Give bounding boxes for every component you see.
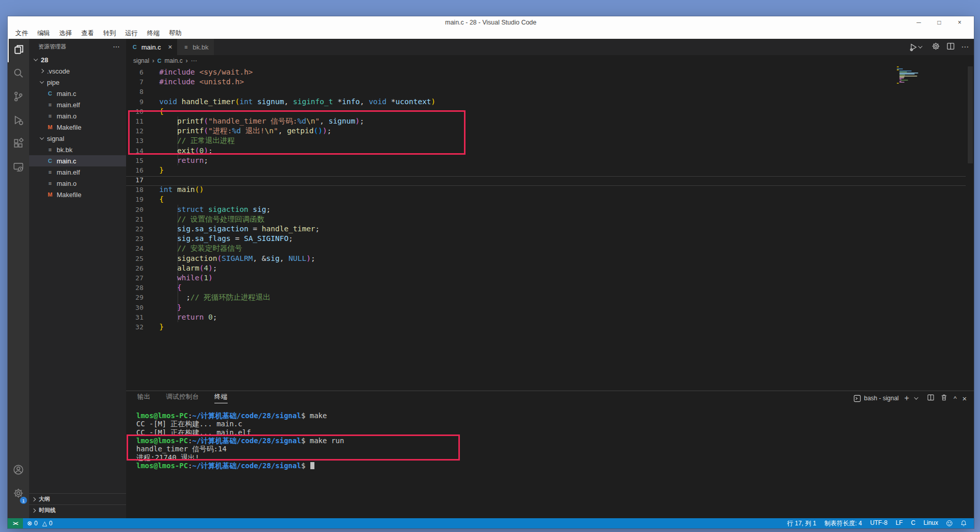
tree-item-.vscode[interactable]: .vscode: [29, 65, 126, 77]
code-line-9[interactable]: 9void handle_timer(int signum, siginfo_t…: [126, 97, 974, 107]
status-item-4[interactable]: C: [907, 519, 920, 528]
menu-item-7[interactable]: 帮助: [164, 28, 186, 39]
menu-item-0[interactable]: 文件: [11, 28, 33, 39]
activitybar-remote-explorer[interactable]: [8, 156, 29, 180]
code-line-13[interactable]: 13 // 正常退出进程: [126, 136, 974, 146]
tab-close-icon[interactable]: ×: [168, 43, 172, 51]
code-editor[interactable]: 6#include <sys/wait.h>7#include <unistd.…: [126, 66, 974, 391]
menu-item-4[interactable]: 转到: [99, 28, 120, 39]
code-line-11[interactable]: 11 printf("handle_timer 信号码:%d\n", signu…: [126, 116, 974, 126]
split-editor-icon[interactable]: [946, 42, 955, 53]
code-line-20[interactable]: 20 struct sigaction sig;: [126, 205, 974, 214]
activitybar-extensions[interactable]: [8, 133, 29, 156]
breadcrumb-file[interactable]: main.c: [164, 57, 182, 64]
minimize-button[interactable]: ─: [909, 19, 929, 26]
code-line-18[interactable]: 18int main(): [126, 185, 974, 195]
close-button[interactable]: ×: [949, 19, 970, 26]
account-button[interactable]: [8, 459, 29, 482]
menu-item-6[interactable]: 终端: [142, 28, 164, 39]
menu-item-3[interactable]: 查看: [77, 28, 99, 39]
code-line-15[interactable]: 15 return;: [126, 156, 974, 165]
terminal-dropdown-icon[interactable]: [914, 395, 918, 399]
sidebar-section-timeline[interactable]: 时间线: [29, 504, 126, 516]
terminal-selector[interactable]: bash - signal: [853, 395, 899, 402]
sidebar-more-actions[interactable]: ⋯: [113, 42, 120, 51]
code-line-28[interactable]: 28 {: [126, 283, 974, 293]
code-line-22[interactable]: 22 sig.sa_sigaction = handle_timer;: [126, 224, 974, 234]
close-panel-icon[interactable]: ×: [962, 394, 967, 403]
status-item-1[interactable]: 制表符长度: 4: [820, 519, 866, 528]
more-actions-icon[interactable]: ⋯: [961, 42, 969, 52]
code-line-26[interactable]: 26 alarm(4);: [126, 263, 974, 273]
maximize-panel-icon[interactable]: ^: [953, 395, 957, 402]
tree-item-bk.bk[interactable]: ≡bk.bk: [29, 144, 126, 155]
menu-item-2[interactable]: 选择: [55, 28, 77, 39]
status-item-0[interactable]: 行 17, 列 1: [783, 519, 820, 528]
tree-item-pipe[interactable]: pipe: [29, 77, 126, 88]
code-line-27[interactable]: 27 while(1): [126, 273, 974, 283]
file-icon: ≡: [182, 44, 189, 50]
new-terminal-button[interactable]: +: [904, 394, 909, 403]
code-line-25[interactable]: 25 sigaction(SIGALRM, &sig, NULL);: [126, 254, 974, 263]
panel-tab-2[interactable]: 终端: [214, 393, 228, 403]
tree-item-main.o[interactable]: ≡main.o: [29, 178, 126, 189]
code-line-16[interactable]: 16}: [126, 165, 974, 175]
run-button[interactable]: [909, 43, 925, 52]
tree-item-main.o[interactable]: ≡main.o: [29, 110, 126, 122]
code-line-29[interactable]: 29 ;// 死循环防止进程退出: [126, 293, 974, 302]
code-line-23[interactable]: 23 sig.sa_flags = SA_SIGINFO;: [126, 234, 974, 244]
code-line-7[interactable]: 7#include <unistd.h>: [126, 77, 974, 87]
code-line-19[interactable]: 19{: [126, 195, 974, 204]
kill-terminal-icon[interactable]: [940, 394, 948, 403]
code-line-31[interactable]: 31 return 0;: [126, 312, 974, 322]
minimap[interactable]: [897, 66, 945, 86]
activitybar-run-debug[interactable]: [8, 109, 29, 133]
code-line-32[interactable]: 32}: [126, 322, 974, 332]
status-item-5[interactable]: Linux: [919, 519, 942, 528]
breadcrumb-folder[interactable]: signal: [133, 57, 149, 64]
tree-item-signal[interactable]: signal: [29, 133, 126, 144]
notifications-bell-icon[interactable]: [960, 520, 967, 527]
activitybar-source-control[interactable]: [8, 86, 29, 109]
panel-tab-0[interactable]: 输出: [137, 393, 151, 403]
code-line-8[interactable]: 8: [126, 87, 974, 96]
tree-item-main.elf[interactable]: ≡main.elf: [29, 166, 126, 178]
breadcrumb-more[interactable]: ⋯: [191, 57, 197, 64]
terminal[interactable]: lmos@lmos-PC:~/计算机基础/code/28/signal$ mak…: [136, 412, 344, 470]
code-line-24[interactable]: 24 // 安装定时器信号: [126, 244, 974, 253]
menu-item-1[interactable]: 编辑: [33, 28, 55, 39]
code-line-10[interactable]: 10{: [126, 107, 974, 116]
code-line-21[interactable]: 21 // 设置信号处理回调函数: [126, 214, 974, 224]
status-item-2[interactable]: UTF-8: [866, 519, 892, 528]
menu-item-5[interactable]: 运行: [120, 28, 142, 39]
feedback-icon[interactable]: [946, 520, 953, 527]
code-line-14[interactable]: 14 exit(0);: [126, 146, 974, 156]
activitybar-explorer[interactable]: [8, 39, 29, 62]
status-item-3[interactable]: LF: [892, 519, 907, 528]
maximize-button[interactable]: □: [929, 19, 949, 26]
editor-tab-bk.bk[interactable]: ≡bk.bk: [177, 39, 214, 55]
code-line-30[interactable]: 30 }: [126, 303, 974, 312]
code-line-17[interactable]: 17: [126, 175, 974, 185]
split-terminal-icon[interactable]: [927, 394, 935, 403]
tree-item-main.elf[interactable]: ≡main.elf: [29, 99, 126, 110]
tree-item-Makefile[interactable]: MMakefile: [29, 189, 126, 200]
sidebar-section-outline[interactable]: 大纲: [29, 493, 126, 504]
c-file-icon: C: [46, 158, 54, 164]
editor-tab-main.c[interactable]: Cmain.c×: [126, 39, 177, 55]
settings-button[interactable]: 1: [8, 482, 29, 506]
activitybar-search[interactable]: [8, 62, 29, 86]
remote-indicator[interactable]: ><: [8, 518, 23, 528]
tree-item-28[interactable]: 28: [29, 54, 126, 65]
settings-gear-icon[interactable]: [932, 42, 940, 53]
panel-tab-1[interactable]: 调试控制台: [166, 393, 199, 403]
problems-status[interactable]: ⊗ 0 △ 0: [27, 520, 53, 527]
editor-scrollbar[interactable]: [968, 66, 973, 163]
code-line-6[interactable]: 6#include <sys/wait.h>: [126, 67, 974, 77]
breadcrumb[interactable]: signal › C main.c › ⋯: [126, 55, 974, 66]
tree-item-main.c[interactable]: Cmain.c: [29, 155, 126, 166]
tree-item-Makefile[interactable]: MMakefile: [29, 122, 126, 133]
tree-item-label: .vscode: [47, 67, 70, 75]
tree-item-main.c[interactable]: Cmain.c: [29, 88, 126, 99]
code-line-12[interactable]: 12 printf("进程:%d 退出!\n", getpid());: [126, 126, 974, 136]
